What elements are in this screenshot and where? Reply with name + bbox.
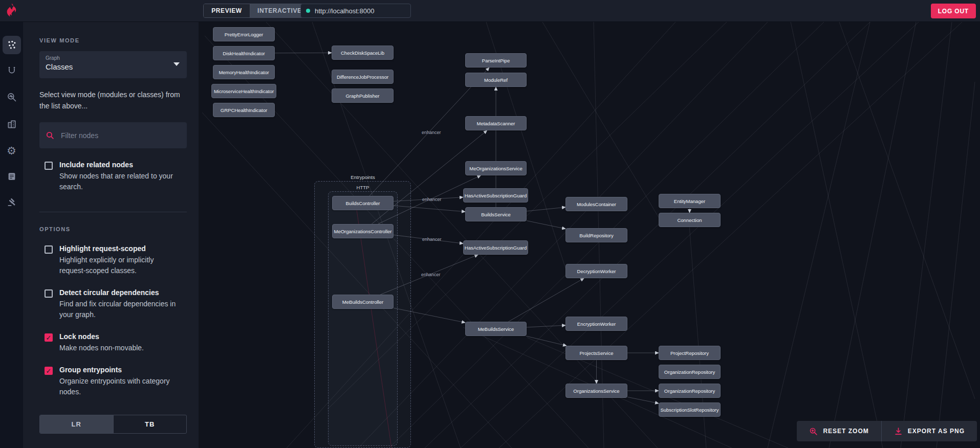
- layout-tb-button[interactable]: TB: [113, 415, 187, 433]
- icon-rail: ⚙: [0, 22, 23, 448]
- graph-node-memory[interactable]: MemoryHealthIndicator: [213, 65, 275, 79]
- online-status-dot: [306, 9, 310, 13]
- graph-node-grpc[interactable]: GRPCHealthIndicator: [213, 103, 275, 117]
- option-checkbox-3[interactable]: ✓: [45, 367, 53, 375]
- graph-node-buildssvc[interactable]: BuildsService: [465, 207, 527, 221]
- graph-node-subslot[interactable]: SubscriptionSlotRepository: [659, 402, 721, 417]
- graph-node-mebuildsctrl[interactable]: MeBuildsController: [332, 295, 394, 309]
- graph-node-metascan[interactable]: MetadataScanner: [465, 116, 527, 130]
- checkbox-text: Group entrypointsOrganize entrypoints wi…: [59, 366, 180, 397]
- checkbox-text: Highlight request-scopedHighlight explic…: [59, 244, 180, 276]
- graph-node-graphpub[interactable]: GraphPublisher: [332, 88, 394, 103]
- graph-node-meorgsvc[interactable]: MeOrganizationsService: [465, 161, 527, 175]
- graph-node-entitymgr[interactable]: EntityManager: [659, 194, 721, 208]
- layout-lr-button[interactable]: LR: [40, 415, 113, 433]
- target-url-input[interactable]: [315, 7, 405, 15]
- checkbox-label: Detect circular dependencies: [59, 288, 180, 297]
- graph-node-hasguard1[interactable]: HasActiveSubscriptionGuard: [463, 188, 528, 203]
- graph-node-connection[interactable]: Connection: [659, 213, 721, 227]
- graph-node-buildrepo[interactable]: BuildRepository: [565, 228, 627, 242]
- reset-zoom-button[interactable]: RESET ZOOM: [797, 421, 881, 441]
- graph-node-hasguard2[interactable]: HasActiveSubscriptionGuard: [463, 240, 528, 255]
- checkbox-description: Find and fix circular dependencies in yo…: [59, 299, 180, 320]
- graph-node-orgsvc[interactable]: OrganizationsService: [565, 384, 627, 398]
- graph-node-micro[interactable]: MicroserviceHealthIndicator: [211, 84, 276, 98]
- graph-node-meorgctrl[interactable]: MeOrganizationsController: [332, 224, 394, 238]
- view-mode-title: VIEW MODE: [39, 37, 187, 43]
- checkbox-label: Group entrypoints: [59, 366, 180, 374]
- logs-document-icon[interactable]: [3, 167, 21, 186]
- checkbox-row: ✓Group entrypointsOrganize entrypoints w…: [39, 366, 187, 397]
- graph-node-projsvc[interactable]: ProjectsService: [565, 346, 627, 360]
- checkbox-text: Detect circular dependenciesFind and fix…: [59, 288, 180, 320]
- render-mode-tabs: PREVIEW INTERACTIVE: [203, 4, 310, 18]
- view-mode-hint: Select view mode (modules or classes) fr…: [39, 89, 189, 111]
- edge-label-enhancer: enhancer: [422, 197, 442, 202]
- logout-button[interactable]: LOG OUT: [931, 4, 976, 18]
- rules-gavel-icon[interactable]: [3, 193, 21, 211]
- graph-node-orgrepo2[interactable]: OrganizationRepository: [659, 384, 721, 398]
- filter-nodes-input[interactable]: [61, 131, 181, 140]
- checkbox-description: Make nodes non-movable.: [59, 343, 180, 353]
- edge-label-enhancer: enhancer: [422, 130, 441, 135]
- checkbox-description: Show nodes that are related to your sear…: [59, 171, 180, 192]
- graph-node-encrypt[interactable]: EncryptionWorker: [565, 317, 627, 331]
- graph-node-projrepo[interactable]: ProjectRepository: [659, 346, 721, 360]
- filter-nodes-box: [39, 122, 187, 148]
- option-checkbox-2[interactable]: ✓: [45, 333, 53, 342]
- checkbox-row: ✓Lock nodesMake nodes non-movable.: [39, 332, 187, 353]
- tab-preview[interactable]: PREVIEW: [204, 4, 250, 17]
- sidebar-divider: [39, 212, 187, 212]
- sidebar-panel: VIEW MODE Graph Classes Select view mode…: [23, 22, 199, 448]
- nestjs-logo-icon: [3, 2, 20, 19]
- options-checkbox-list: Highlight request-scopedHighlight explic…: [39, 244, 187, 397]
- checkbox-description: Highlight explicitly or implicitly reque…: [59, 255, 180, 276]
- export-png-button[interactable]: EXPORT AS PNG: [881, 421, 977, 441]
- checkbox-label: Lock nodes: [59, 332, 180, 341]
- download-icon: [894, 427, 903, 436]
- graph-node-decrypt[interactable]: DecryptionWorker: [565, 264, 627, 278]
- graph-node-buildsctrl[interactable]: BuildsController: [332, 196, 394, 210]
- search-checkbox-list: Include related nodesShow nodes that are…: [39, 161, 187, 192]
- chevron-down-icon: [173, 62, 180, 66]
- graph-node-modcontainer[interactable]: ModulesContainer: [565, 197, 627, 211]
- checkbox-label: Include related nodes: [59, 161, 180, 169]
- route-icon[interactable]: [3, 61, 21, 80]
- graph-node-checkdisk[interactable]: CheckDiskSpaceLib: [332, 46, 394, 60]
- graph-node-mebuildssvc[interactable]: MeBuildsService: [465, 322, 527, 336]
- graph-node-disk[interactable]: DiskHealthIndicator: [213, 46, 275, 60]
- dropdown-value: Classes: [46, 62, 181, 71]
- graph-mode-select[interactable]: Graph Classes: [39, 51, 187, 78]
- canvas-controls-bar: RESET ZOOM EXPORT AS PNG: [797, 421, 977, 441]
- checkbox-row: Highlight request-scopedHighlight explic…: [39, 244, 187, 276]
- checkbox-text: Include related nodesShow nodes that are…: [59, 161, 180, 192]
- option-checkbox-0[interactable]: [45, 245, 53, 254]
- layout-direction-toggle: LR TB: [39, 415, 187, 434]
- checkbox-row: Include related nodesShow nodes that are…: [39, 161, 187, 192]
- graph-node-moduleref[interactable]: ModuleRef: [465, 73, 527, 87]
- graph-node-pretty[interactable]: PrettyErrorLogger: [213, 27, 275, 41]
- checkbox-label: Highlight request-scoped: [59, 244, 180, 253]
- edge-label-enhancer: enhancer: [422, 237, 442, 242]
- dropdown-label: Graph: [46, 55, 181, 61]
- options-title: OPTIONS: [39, 226, 187, 232]
- checkbox-text: Lock nodesMake nodes non-movable.: [59, 332, 180, 353]
- graph-nodes-icon[interactable]: [3, 36, 21, 54]
- reset-zoom-label: RESET ZOOM: [823, 428, 868, 435]
- edge-label-enhancer: enhancer: [421, 272, 441, 277]
- settings-gear-icon[interactable]: ⚙: [3, 142, 21, 160]
- graph-node-diffjob[interactable]: DifferenceJobProcessor: [332, 70, 394, 84]
- graph-node-parseint[interactable]: ParseIntPipe: [465, 53, 527, 68]
- inspect-search-icon[interactable]: [3, 88, 21, 106]
- top-bar: PREVIEW INTERACTIVE LOG OUT: [0, 0, 980, 22]
- target-url-box: [300, 4, 411, 18]
- search-checkbox-0[interactable]: [45, 162, 53, 170]
- modules-buildings-icon[interactable]: [3, 115, 21, 133]
- graph-node-orgrepo1[interactable]: OrganizationRepository: [659, 365, 721, 379]
- zoom-in-icon: [809, 427, 818, 436]
- export-png-label: EXPORT AS PNG: [908, 428, 965, 435]
- checkbox-row: Detect circular dependenciesFind and fix…: [39, 288, 187, 320]
- search-icon: [46, 131, 54, 140]
- option-checkbox-1[interactable]: [45, 289, 53, 298]
- checkbox-description: Organize entrypoints with category nodes…: [59, 376, 180, 397]
